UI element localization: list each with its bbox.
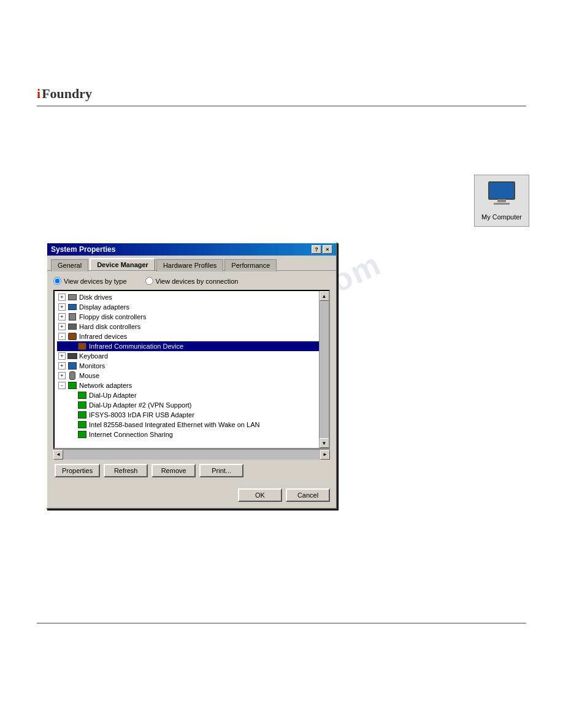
- tree-scrollbar[interactable]: ▲ ▼: [319, 291, 329, 448]
- tree-item-intel[interactable]: Intel 82558-based Integrated Ethernet wi…: [57, 420, 319, 430]
- scroll-down-button[interactable]: ▼: [320, 438, 329, 448]
- my-computer-icon[interactable]: My Computer: [474, 175, 529, 227]
- dialup2-icon: [77, 401, 87, 409]
- ok-button[interactable]: OK: [238, 488, 282, 502]
- radio-by-type[interactable]: View devices by type: [53, 277, 127, 285]
- cancel-button[interactable]: Cancel: [286, 488, 330, 502]
- expand-monitors[interactable]: +: [58, 362, 66, 370]
- expand-disk-drives[interactable]: +: [58, 294, 66, 301]
- tree-item-infrared[interactable]: - Infrared devices: [57, 332, 319, 341]
- tree-item-keyboard[interactable]: + Keyboard: [57, 351, 319, 361]
- infrared-label: Infrared devices: [79, 333, 127, 340]
- tab-bar: General Device Manager Hardware Profiles…: [47, 256, 336, 270]
- print-button[interactable]: Print...: [199, 464, 243, 477]
- properties-button[interactable]: Properties: [55, 464, 100, 477]
- radio-row: View devices by type View devices by con…: [53, 277, 330, 285]
- expand-hd[interactable]: +: [58, 323, 66, 330]
- floppy-label: Floppy disk controllers: [79, 313, 146, 320]
- disk-drives-icon: [67, 293, 77, 301]
- tree-item-dialup2[interactable]: Dial-Up Adapter #2 (VPN Support): [57, 400, 319, 410]
- hscroll-right-button[interactable]: ►: [320, 450, 330, 460]
- tree-item-infrared-comm[interactable]: Infrared Communication Device: [57, 341, 319, 351]
- floppy-icon: [67, 313, 77, 321]
- dialup-icon: [77, 391, 87, 400]
- intel-label: Intel 82558-based Integrated Ethernet wi…: [89, 421, 259, 428]
- brand-header: i Foundry: [37, 86, 92, 102]
- monitors-label: Monitors: [79, 362, 105, 370]
- tree-item-ics[interactable]: Internet Connection Sharing: [57, 430, 319, 439]
- dialup2-label: Dial-Up Adapter #2 (VPN Support): [89, 401, 192, 409]
- tree-content: + Disk drives + Display adapters + Flopp…: [55, 291, 319, 441]
- brand-icon: i: [37, 86, 40, 102]
- infrared-comm-label: Infrared Communication Device: [89, 343, 183, 350]
- tab-hardware-profiles[interactable]: Hardware Profiles: [156, 259, 223, 271]
- system-properties-dialog: System Properties ? × General Device Man…: [46, 242, 337, 509]
- display-adapters-label: Display adapters: [79, 303, 129, 311]
- hscroll-track[interactable]: [63, 450, 320, 460]
- keyboard-icon: [67, 352, 77, 360]
- ics-icon: [77, 430, 87, 439]
- device-tree: + Disk drives + Display adapters + Flopp…: [53, 290, 330, 449]
- brand-title: Foundry: [42, 86, 92, 102]
- dialup-label: Dial-Up Adapter: [89, 392, 137, 399]
- network-icon: [67, 381, 77, 390]
- hscroll-left-button[interactable]: ◄: [53, 450, 63, 460]
- expand-infrared[interactable]: -: [58, 333, 66, 340]
- display-adapters-icon: [67, 303, 77, 311]
- dialog-title: System Properties: [51, 245, 115, 254]
- tab-device-manager[interactable]: Device Manager: [90, 258, 155, 270]
- keyboard-label: Keyboard: [79, 352, 108, 360]
- tree-item-floppy[interactable]: + Floppy disk controllers: [57, 312, 319, 322]
- disk-drives-label: Disk drives: [79, 294, 112, 301]
- expand-network[interactable]: -: [58, 382, 66, 389]
- tree-item-monitors[interactable]: + Monitors: [57, 361, 319, 371]
- ics-label: Internet Connection Sharing: [89, 431, 173, 438]
- infrared-comm-icon: [77, 342, 87, 351]
- titlebar-controls: ? ×: [312, 245, 332, 254]
- mouse-icon: [67, 371, 77, 380]
- remove-button[interactable]: Remove: [151, 464, 196, 477]
- radio-by-connection[interactable]: View devices by connection: [145, 277, 239, 285]
- hd-icon: [67, 322, 77, 331]
- tree-item-network[interactable]: - Network adapters: [57, 381, 319, 390]
- ok-cancel-row: OK Cancel: [47, 483, 336, 508]
- scroll-track[interactable]: [320, 301, 329, 438]
- help-button[interactable]: ?: [312, 245, 321, 254]
- expand-mouse[interactable]: +: [58, 372, 66, 379]
- expand-display-adapters[interactable]: +: [58, 303, 66, 311]
- ifsys-label: IFSYS-8003 IrDA FIR USB Adapter: [89, 411, 194, 419]
- expand-keyboard[interactable]: +: [58, 352, 66, 360]
- infrared-icon: [67, 332, 77, 341]
- header-divider: [37, 105, 526, 107]
- radio-by-type-label: View devices by type: [64, 278, 127, 285]
- tab-general[interactable]: General: [51, 259, 88, 271]
- network-label: Network adapters: [79, 382, 132, 389]
- tree-item-ifsys[interactable]: IFSYS-8003 IrDA FIR USB Adapter: [57, 410, 319, 420]
- my-computer-label: My Computer: [481, 213, 522, 221]
- tree-item-hd-controllers[interactable]: + Hard disk controllers: [57, 322, 319, 332]
- refresh-button[interactable]: Refresh: [104, 464, 148, 477]
- close-button[interactable]: ×: [323, 245, 332, 254]
- ifsys-icon: [77, 411, 87, 419]
- expand-floppy[interactable]: +: [58, 313, 66, 320]
- tree-item-disk-drives[interactable]: + Disk drives: [57, 292, 319, 302]
- tree-item-mouse[interactable]: + Mouse: [57, 371, 319, 381]
- intel-icon: [77, 420, 87, 429]
- footer-divider: [37, 623, 526, 624]
- dialog-content: View devices by type View devices by con…: [47, 270, 336, 483]
- scroll-up-button[interactable]: ▲: [320, 291, 329, 301]
- tab-performance[interactable]: Performance: [224, 259, 277, 271]
- hscrollbar: ◄ ►: [53, 449, 330, 459]
- action-button-row: Properties Refresh Remove Print...: [53, 464, 330, 477]
- radio-by-connection-label: View devices by connection: [156, 278, 239, 285]
- tree-item-display-adapters[interactable]: + Display adapters: [57, 302, 319, 312]
- hd-label: Hard disk controllers: [79, 323, 140, 330]
- monitors-icon: [67, 362, 77, 370]
- dialog-titlebar: System Properties ? ×: [47, 243, 336, 256]
- mouse-label: Mouse: [79, 372, 99, 379]
- tree-item-dialup[interactable]: Dial-Up Adapter: [57, 390, 319, 400]
